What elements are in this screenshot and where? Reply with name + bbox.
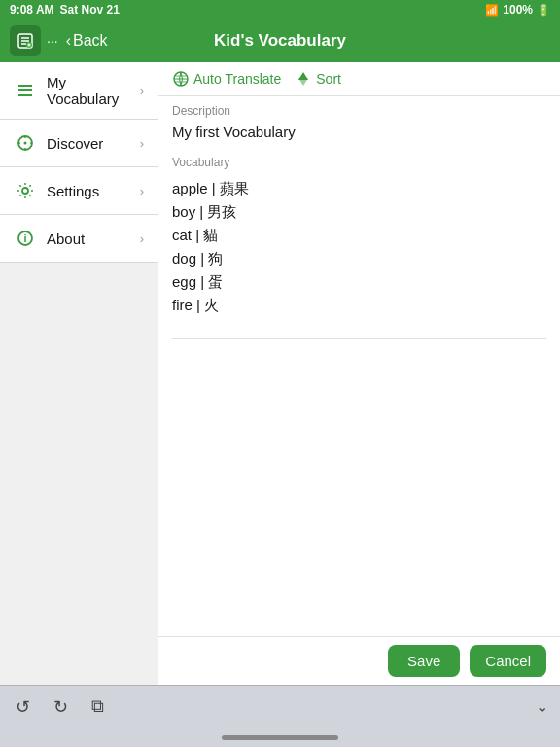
wifi-icon: 📶 (485, 4, 499, 17)
home-bar (222, 735, 338, 740)
expand-button[interactable]: ⌄ (536, 697, 548, 716)
vocab-item: fire | 火 (172, 294, 546, 317)
chevron-right-icon: › (140, 184, 144, 198)
sidebar-item-settings[interactable]: Settings › (0, 167, 158, 215)
chevron-right-icon: › (140, 231, 144, 246)
sidebar-item-label: My Vocabulary (47, 74, 130, 107)
sidebar: My Vocabulary › Discover › (0, 62, 158, 685)
svg-text:i: i (23, 232, 26, 244)
vocabulary-section-label: Vocabulary (158, 148, 560, 173)
sidebar-item-discover[interactable]: Discover › (0, 120, 158, 167)
chevron-right-icon: › (140, 136, 144, 151)
date-label: Sat Nov 21 (60, 3, 120, 17)
sidebar-item-label: About (47, 231, 130, 247)
back-label: Back (73, 32, 108, 50)
status-bar: 9:08 AM Sat Nov 21 📶 100% 🔋 (0, 0, 560, 19)
svg-point-11 (24, 142, 27, 145)
more-icon[interactable]: ··· (47, 33, 58, 49)
sidebar-item-my-vocabulary[interactable]: My Vocabulary › (0, 62, 158, 120)
content-toolbar: Auto Translate Sort (158, 62, 560, 96)
sort-button[interactable]: Sort (295, 70, 341, 88)
status-time: 9:08 AM Sat Nov 21 (10, 3, 120, 17)
svg-point-16 (22, 188, 28, 194)
description-section-label: Description (158, 96, 560, 122)
vocab-item: cat | 貓 (172, 224, 546, 247)
redo-button[interactable]: ↻ (50, 693, 72, 722)
compass-icon (14, 131, 37, 155)
sidebar-item-about[interactable]: i About › (0, 215, 158, 263)
paste-button[interactable]: ⧉ (88, 693, 108, 721)
vocab-item: dog | 狗 (172, 247, 546, 270)
sidebar-item-label: Settings (47, 183, 130, 199)
description-value: My first Vocabulary (158, 122, 560, 148)
vocab-item: apple | 蘋果 (172, 177, 546, 200)
sidebar-item-label: Discover (47, 135, 130, 152)
list-icon (14, 79, 37, 102)
vocab-item: boy | 男孩 (172, 200, 546, 224)
content-area: Auto Translate Sort Description My first… (158, 62, 560, 685)
nav-bar: ··· ‹ Back Kid's Vocabulary (0, 19, 560, 62)
chevron-right-icon: › (140, 84, 144, 98)
back-button[interactable]: ‹ Back (66, 32, 108, 50)
main-layout: My Vocabulary › Discover › (0, 62, 560, 685)
undo-button[interactable]: ↺ (12, 693, 34, 722)
vocab-item: egg | 蛋 (172, 270, 546, 294)
battery-icon: 🔋 (537, 4, 550, 17)
chevron-left-icon: ‹ (66, 32, 71, 50)
app-logo (10, 25, 41, 56)
auto-translate-button[interactable]: Auto Translate (172, 70, 281, 88)
home-indicator (0, 728, 560, 747)
battery-label: 100% (503, 3, 533, 17)
nav-title: Kid's Vocabulary (214, 31, 346, 51)
save-button[interactable]: Save (388, 645, 460, 677)
cancel-button[interactable]: Cancel (470, 645, 546, 677)
divider (172, 338, 546, 339)
keyboard-toolbar: ↺ ↻ ⧉ ⌄ (0, 685, 560, 728)
time-label: 9:08 AM (10, 3, 54, 17)
gear-icon (14, 179, 37, 202)
svg-marker-22 (298, 78, 308, 86)
action-buttons: Save Cancel (158, 636, 560, 685)
info-icon: i (14, 227, 37, 250)
vocabulary-list: apple | 蘋果 boy | 男孩 cat | 貓 dog | 狗 egg … (158, 173, 560, 331)
status-icons: 📶 100% 🔋 (485, 3, 550, 17)
sort-label: Sort (316, 71, 341, 87)
auto-translate-label: Auto Translate (193, 71, 281, 87)
